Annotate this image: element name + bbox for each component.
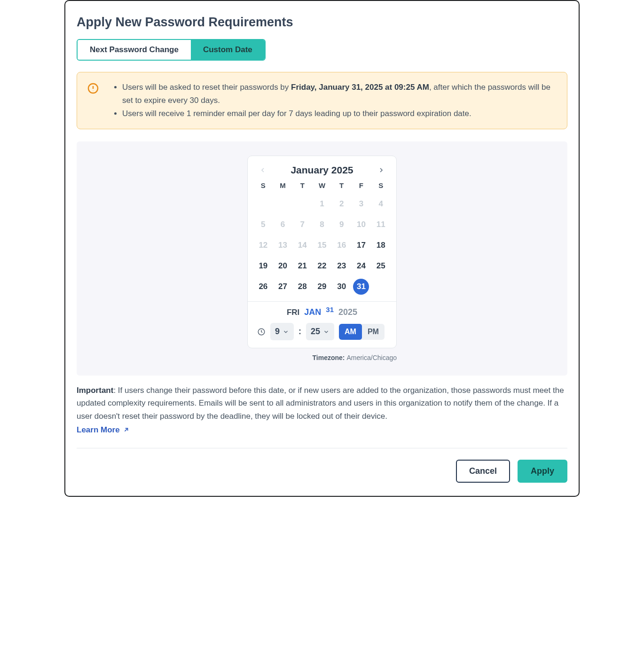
selected-year: 2025 <box>338 307 357 317</box>
svg-point-2 <box>93 90 93 91</box>
alert-bullet-1-strong: Friday, January 31, 2025 at 09:25 AM <box>291 83 429 92</box>
calendar-day[interactable]: 29 <box>312 279 332 295</box>
calendar-day: 2 <box>332 196 352 212</box>
calendar-day[interactable]: 31 <box>352 279 371 295</box>
calendar-day: 9 <box>332 217 352 233</box>
calendar-day: 10 <box>352 217 371 233</box>
time-row: 9 : 25 AM PM <box>253 323 391 340</box>
dialog-footer: Cancel Apply <box>77 460 567 483</box>
calendar-divider <box>248 301 396 302</box>
timezone-label-prefix: Timezone: <box>313 354 347 361</box>
hour-value: 9 <box>275 327 280 337</box>
chevron-down-icon <box>283 329 289 335</box>
calendar-day <box>292 196 312 212</box>
svg-line-4 <box>125 429 127 431</box>
calendar-dow: T <box>332 181 352 191</box>
clock-icon <box>257 328 266 336</box>
calendar-day[interactable]: 30 <box>332 279 352 295</box>
ampm-toggle: AM PM <box>339 324 385 340</box>
external-link-icon <box>123 426 130 433</box>
calendar-day: 4 <box>371 196 391 212</box>
calendar-day[interactable]: 23 <box>332 258 352 274</box>
alert-bullet-2: Users will receive 1 reminder email per … <box>122 107 557 120</box>
important-label: Important <box>77 386 113 395</box>
calendar-day <box>253 196 273 212</box>
calendar-dow: S <box>253 181 273 191</box>
calendar-day: 11 <box>371 217 391 233</box>
selected-day: 31 <box>326 306 334 313</box>
selected-dow: FRI <box>287 308 299 317</box>
alert-bullet-1-pre: Users will be asked to reset their passw… <box>122 83 291 92</box>
pm-button[interactable]: PM <box>362 324 385 340</box>
calendar-day[interactable]: 24 <box>352 258 371 274</box>
calendar-day: 1 <box>312 196 332 212</box>
tab-custom-date[interactable]: Custom Date <box>191 40 265 60</box>
calendar-dow: W <box>312 181 332 191</box>
important-text: : If users change their password before … <box>77 386 564 420</box>
calendar-day[interactable]: 20 <box>273 258 293 274</box>
calendar-day: 6 <box>273 217 293 233</box>
mode-tabs: Next Password Change Custom Date <box>77 39 266 61</box>
calendar-day[interactable]: 28 <box>292 279 312 295</box>
calendar-dow: T <box>292 181 312 191</box>
calendar-dow: M <box>273 181 293 191</box>
important-note: Important: If users change their passwor… <box>77 384 567 423</box>
calendar-grid: SMTWTFS123456789101112131415161718192021… <box>253 181 391 295</box>
learn-more-text: Learn More <box>77 425 120 435</box>
calendar-day: 14 <box>292 237 312 253</box>
calendar-day: 5 <box>253 217 273 233</box>
calendar-day: 15 <box>312 237 332 253</box>
calendar-day: 7 <box>292 217 312 233</box>
calendar-next-button[interactable] <box>375 164 388 177</box>
info-alert: Users will be asked to reset their passw… <box>77 72 567 129</box>
calendar-dow: F <box>352 181 371 191</box>
calendar-day: 16 <box>332 237 352 253</box>
timezone-value: America/Chicago <box>346 354 397 361</box>
calendar-day[interactable]: 21 <box>292 258 312 274</box>
selected-month: JAN <box>304 307 321 317</box>
time-colon: : <box>298 327 301 337</box>
calendar-day[interactable]: 27 <box>273 279 293 295</box>
minute-value: 25 <box>311 327 320 337</box>
chevron-right-icon <box>377 165 385 175</box>
calendar-day: 13 <box>273 237 293 253</box>
minute-select[interactable]: 25 <box>306 323 334 340</box>
calendar-day: 3 <box>352 196 371 212</box>
footer-separator <box>77 448 567 448</box>
calendar-header: January 2025 <box>253 162 391 181</box>
alert-list: Users will be asked to reset their passw… <box>108 81 557 120</box>
calendar-day: 12 <box>253 237 273 253</box>
tab-next-password-change[interactable]: Next Password Change <box>78 40 191 60</box>
calendar-day[interactable]: 19 <box>253 258 273 274</box>
am-button[interactable]: AM <box>339 324 362 340</box>
password-requirements-dialog: Apply New Password Requirements Next Pas… <box>64 0 580 497</box>
chevron-down-icon <box>323 329 330 335</box>
calendar-day[interactable]: 26 <box>253 279 273 295</box>
alert-icon <box>87 83 99 94</box>
calendar-day[interactable]: 18 <box>371 237 391 253</box>
calendar: January 2025 SMTWTFS12345678910111213141… <box>247 156 397 348</box>
date-picker-panel: January 2025 SMTWTFS12345678910111213141… <box>77 141 567 376</box>
calendar-day <box>273 196 293 212</box>
selected-date-label: FRI JAN 31 2025 <box>253 307 391 317</box>
calendar-day: 8 <box>312 217 332 233</box>
apply-button[interactable]: Apply <box>518 460 567 483</box>
calendar-title: January 2025 <box>291 164 353 176</box>
hour-select[interactable]: 9 <box>270 323 294 340</box>
alert-bullet-1: Users will be asked to reset their passw… <box>122 81 557 107</box>
calendar-day[interactable]: 22 <box>312 258 332 274</box>
calendar-dow: S <box>371 181 391 191</box>
chevron-left-icon <box>259 165 267 175</box>
calendar-day[interactable]: 25 <box>371 258 391 274</box>
calendar-prev-button[interactable] <box>256 164 269 177</box>
timezone-label: Timezone: America/Chicago <box>247 354 397 361</box>
page-title: Apply New Password Requirements <box>77 15 567 30</box>
calendar-day[interactable]: 17 <box>352 237 371 253</box>
cancel-button[interactable]: Cancel <box>456 460 510 483</box>
learn-more-link[interactable]: Learn More <box>77 425 130 435</box>
